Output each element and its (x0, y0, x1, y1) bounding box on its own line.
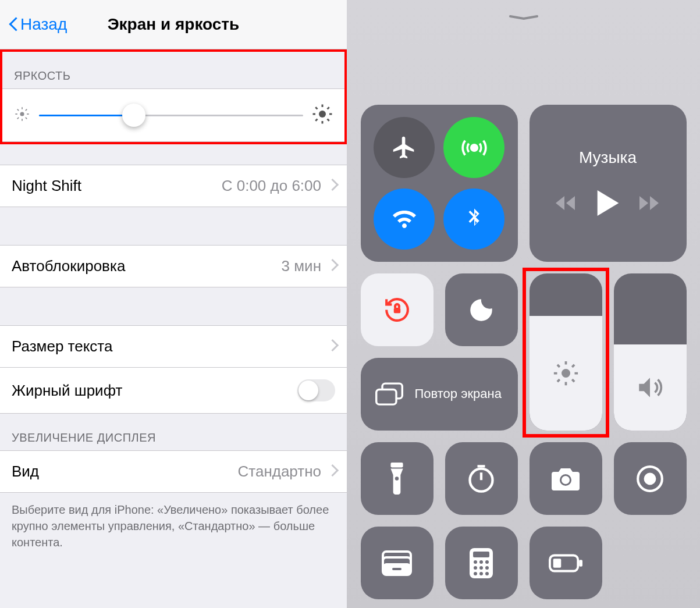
calculator-button[interactable] (445, 527, 518, 599)
brightness-slider-row (2, 88, 344, 142)
svg-point-49 (474, 566, 477, 570)
bold-text-toggle[interactable] (297, 379, 335, 401)
screen-mirror-label: Повтор экрана (415, 386, 502, 401)
brightness-vslider[interactable] (530, 273, 602, 431)
screen-mirroring-button[interactable]: Повтор экрана (361, 358, 518, 431)
do-not-disturb-button[interactable] (445, 273, 518, 346)
night-shift-label: Night Shift (12, 177, 222, 195)
screen-record-button[interactable] (614, 442, 687, 515)
chevron-right-icon (328, 341, 335, 353)
view-row[interactable]: Вид Стандартно (0, 450, 347, 493)
svg-line-6 (26, 118, 27, 119)
bluetooth-button[interactable] (443, 189, 504, 250)
bold-text-row: Жирный шрифт (0, 368, 347, 414)
text-size-row[interactable]: Размер текста (0, 325, 347, 368)
timer-button[interactable] (445, 442, 518, 515)
auto-lock-row[interactable]: Автоблокировка 3 мин (0, 245, 347, 287)
svg-line-16 (315, 119, 317, 121)
camera-button[interactable] (530, 442, 602, 515)
text-size-label: Размер текста (12, 337, 328, 355)
toggle-knob (299, 381, 318, 400)
svg-point-47 (479, 560, 483, 564)
svg-point-52 (474, 572, 477, 575)
volume-fill (614, 344, 687, 431)
svg-point-33 (470, 468, 493, 491)
svg-line-8 (26, 109, 27, 111)
chevron-right-icon (328, 261, 335, 272)
svg-point-51 (485, 566, 489, 570)
view-label: Вид (12, 463, 238, 481)
control-center-panel: Музыка (347, 0, 700, 608)
svg-rect-57 (553, 559, 562, 567)
svg-line-14 (315, 107, 317, 109)
svg-line-30 (572, 365, 574, 367)
low-power-mode-button[interactable] (530, 527, 602, 599)
svg-line-29 (557, 379, 559, 382)
brightness-section-header: ЯРКОСТЬ (2, 52, 344, 88)
orientation-lock-button[interactable] (361, 273, 433, 346)
svg-point-39 (644, 472, 656, 485)
slider-track (39, 115, 303, 116)
airplane-mode-button[interactable] (374, 117, 435, 178)
chevron-left-icon (9, 16, 18, 33)
svg-point-37 (562, 476, 570, 484)
svg-point-18 (471, 145, 477, 151)
connectivity-card (361, 105, 518, 262)
svg-line-15 (328, 119, 329, 121)
svg-point-22 (562, 369, 570, 378)
sun-high-icon (312, 104, 333, 127)
sun-icon (553, 360, 579, 386)
svg-rect-45 (473, 552, 489, 557)
view-value: Стандартно (238, 463, 321, 481)
play-button[interactable] (597, 190, 619, 218)
svg-point-53 (479, 572, 483, 575)
previous-track-button[interactable] (556, 194, 577, 214)
volume-vslider[interactable] (614, 273, 687, 431)
svg-rect-19 (393, 308, 400, 313)
svg-rect-43 (392, 568, 401, 570)
chevron-right-icon (328, 466, 335, 478)
svg-point-54 (485, 572, 489, 575)
svg-point-48 (485, 560, 489, 564)
speaker-icon (635, 373, 665, 402)
nav-bar: Назад Экран и яркость (0, 0, 347, 49)
svg-line-5 (17, 109, 19, 111)
slider-fill (39, 115, 134, 116)
cellular-data-button[interactable] (443, 117, 504, 178)
svg-line-28 (572, 379, 574, 382)
svg-line-27 (557, 365, 559, 367)
svg-rect-21 (376, 389, 396, 404)
settings-panel: Назад Экран и яркость ЯРКОСТЬ Night Shif… (0, 0, 347, 608)
grabber-icon[interactable] (509, 12, 538, 16)
next-track-button[interactable] (639, 194, 660, 214)
svg-rect-31 (390, 463, 403, 467)
footer-text: Выберите вид для iPhone: «Увеличено» пок… (0, 493, 347, 559)
music-controls (556, 190, 660, 218)
brightness-slider[interactable] (39, 104, 303, 127)
back-label: Назад (20, 15, 67, 34)
svg-point-0 (20, 112, 24, 116)
chevron-right-icon (328, 180, 335, 192)
svg-point-46 (474, 560, 477, 564)
music-label: Музыка (579, 148, 637, 167)
svg-point-50 (479, 566, 483, 570)
brightness-fill (530, 316, 602, 431)
display-zoom-header: УВЕЛИЧЕНИЕ ДИСПЛЕЯ (0, 414, 347, 450)
night-shift-row[interactable]: Night Shift С 0:00 до 6:00 (0, 165, 347, 207)
svg-line-17 (328, 107, 329, 109)
music-card[interactable]: Музыка (530, 105, 687, 262)
svg-point-32 (395, 477, 399, 480)
svg-rect-56 (579, 560, 582, 567)
auto-lock-label: Автоблокировка (12, 257, 282, 275)
back-button[interactable]: Назад (9, 15, 67, 34)
slider-thumb[interactable] (122, 104, 145, 127)
svg-line-7 (17, 118, 19, 119)
night-shift-value: С 0:00 до 6:00 (222, 177, 321, 195)
wifi-button[interactable] (374, 189, 435, 250)
auto-lock-value: 3 мин (282, 257, 321, 275)
wallet-button[interactable] (361, 527, 433, 599)
svg-point-9 (319, 111, 326, 118)
bold-text-label: Жирный шрифт (12, 382, 297, 400)
flashlight-button[interactable] (361, 442, 433, 515)
brightness-highlight: ЯРКОСТЬ (0, 49, 347, 144)
